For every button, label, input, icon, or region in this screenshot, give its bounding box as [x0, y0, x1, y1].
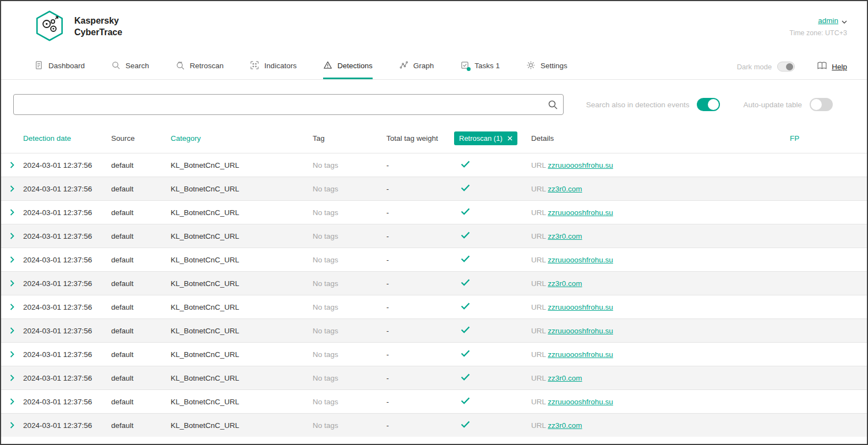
tag-weight-cell: -: [386, 303, 454, 311]
search-input[interactable]: [14, 95, 563, 114]
expand-row-icon[interactable]: [10, 185, 14, 192]
brand: Kaspersky CyberTrace: [34, 10, 122, 44]
tag-cell: No tags: [313, 421, 386, 430]
table-row: 2024-03-01 12:37:56 default KL_BotnetCnC…: [1, 295, 867, 318]
retroscan-check-icon: [461, 350, 470, 359]
details-url-link[interactable]: zzruuoooshfrohu.su: [548, 303, 613, 311]
source-cell: default: [111, 350, 171, 359]
tag-weight-cell: -: [386, 279, 454, 288]
tag-weight-cell: -: [386, 161, 454, 169]
tag-weight-cell: -: [386, 185, 454, 193]
details-type-label: URL: [531, 279, 546, 288]
tag-weight-cell: -: [386, 208, 454, 217]
details-url-link[interactable]: zz3r0.com: [548, 374, 582, 382]
detections-warning-icon: [323, 61, 332, 72]
expand-row-icon[interactable]: [10, 327, 14, 334]
dark-mode-toggle[interactable]: [777, 62, 795, 72]
tag-weight-cell: -: [386, 374, 454, 382]
detection-date-cell: 2024-03-01 12:37:56: [23, 185, 111, 193]
retroscan-check-icon: [461, 184, 470, 193]
table-row: 2024-03-01 12:37:56 default KL_BotnetCnC…: [1, 366, 867, 389]
nav-item-search[interactable]: Search: [111, 54, 149, 79]
details-type-label: URL: [531, 303, 546, 311]
expand-row-icon[interactable]: [10, 375, 14, 381]
search-submit-icon[interactable]: [547, 99, 558, 112]
tag-weight-cell: -: [386, 232, 454, 240]
details-cell: URL zz3r0.com: [531, 374, 790, 382]
tag-weight-cell: -: [386, 398, 454, 406]
details-type-label: URL: [531, 256, 546, 264]
user-area: admin Time zone: UTC+3: [789, 10, 847, 37]
details-url-link[interactable]: zz3r0.com: [548, 279, 582, 288]
help-link[interactable]: Help: [817, 62, 847, 72]
expand-row-icon[interactable]: [10, 256, 14, 263]
expand-row-icon[interactable]: [10, 233, 14, 239]
retroscan-check-icon: [461, 232, 470, 240]
tag-cell: No tags: [313, 303, 386, 311]
details-url-link[interactable]: zzruuoooshfrohu.su: [548, 208, 613, 217]
tag-cell: No tags: [313, 374, 386, 382]
expand-row-icon[interactable]: [10, 162, 14, 168]
source-cell: default: [111, 327, 171, 335]
nav-item-detections[interactable]: Detections: [323, 54, 373, 79]
auto-update-label: Auto-update table: [743, 101, 802, 109]
details-cell: URL zzruuoooshfrohu.su: [531, 398, 790, 406]
book-icon: [817, 62, 827, 72]
expand-row-icon[interactable]: [10, 209, 14, 216]
header-detection-date[interactable]: Detection date: [23, 134, 111, 142]
category-cell: KL_BotnetCnC_URL: [171, 398, 313, 406]
user-menu-link[interactable]: admin: [818, 17, 838, 25]
nav-item-settings[interactable]: Settings: [526, 54, 567, 79]
details-url-link[interactable]: zzruuoooshfrohu.su: [548, 398, 613, 406]
tasks-icon: [460, 61, 470, 72]
search-events-toggle[interactable]: [697, 98, 720, 111]
retroscan-chip-label: Retroscan (1): [459, 134, 503, 142]
table-row: 2024-03-01 12:37:56 default KL_BotnetCnC…: [1, 271, 867, 295]
nav-label: Detections: [337, 62, 373, 70]
category-cell: KL_BotnetCnC_URL: [171, 208, 313, 217]
details-url-link[interactable]: zz3r0.com: [548, 185, 582, 193]
header-category[interactable]: Category: [171, 134, 313, 142]
details-type-label: URL: [531, 185, 546, 193]
details-cell: URL zzruuoooshfrohu.su: [531, 161, 790, 169]
source-cell: default: [111, 256, 171, 264]
nav-label: Dashboard: [48, 62, 85, 70]
details-cell: URL zzruuoooshfrohu.su: [531, 327, 790, 335]
auto-update-toggle[interactable]: [810, 98, 833, 111]
close-icon[interactable]: [507, 136, 512, 141]
timezone-label: Time zone: UTC+3: [789, 29, 847, 37]
details-cell: URL zz3r0.com: [531, 232, 790, 240]
chevron-down-icon[interactable]: [842, 16, 847, 26]
details-url-link[interactable]: zz3r0.com: [548, 421, 582, 430]
retroscan-filter-chip[interactable]: Retroscan (1): [454, 131, 517, 145]
source-cell: default: [111, 185, 171, 193]
details-url-link[interactable]: zzruuoooshfrohu.su: [548, 350, 613, 359]
nav-item-tasks[interactable]: Tasks 1: [460, 54, 500, 79]
detection-date-cell: 2024-03-01 12:37:56: [23, 208, 111, 217]
details-type-label: URL: [531, 208, 546, 217]
details-url-link[interactable]: zzruuoooshfrohu.su: [548, 327, 613, 335]
nav-item-indicators[interactable]: Indicators: [250, 54, 297, 79]
nav-label: Indicators: [264, 62, 297, 70]
table-row: 2024-03-01 12:37:56 default KL_BotnetCnC…: [1, 413, 867, 437]
details-url-link[interactable]: zzruuoooshfrohu.su: [548, 161, 613, 169]
nav-item-retroscan[interactable]: Retroscan: [176, 54, 224, 79]
nav-label: Retroscan: [190, 62, 224, 70]
details-cell: URL zzruuoooshfrohu.su: [531, 256, 790, 264]
source-cell: default: [111, 279, 171, 288]
details-url-link[interactable]: zz3r0.com: [548, 232, 582, 240]
expand-row-icon[interactable]: [10, 304, 14, 310]
expand-row-icon[interactable]: [10, 422, 14, 428]
expand-row-icon[interactable]: [10, 398, 14, 405]
top-bar: Kaspersky CyberTrace admin Time zone: UT…: [1, 1, 867, 54]
header-fp[interactable]: FP: [790, 134, 867, 142]
category-cell: KL_BotnetCnC_URL: [171, 279, 313, 288]
expand-row-icon[interactable]: [10, 351, 14, 358]
details-url-link[interactable]: zzruuoooshfrohu.su: [548, 256, 613, 264]
nav-item-graph[interactable]: Graph: [399, 54, 434, 79]
nav-item-dashboard[interactable]: Dashboard: [34, 54, 85, 79]
details-type-label: URL: [531, 350, 546, 359]
source-cell: default: [111, 161, 171, 169]
expand-row-icon[interactable]: [10, 280, 14, 287]
retroscan-check-icon: [461, 255, 470, 264]
